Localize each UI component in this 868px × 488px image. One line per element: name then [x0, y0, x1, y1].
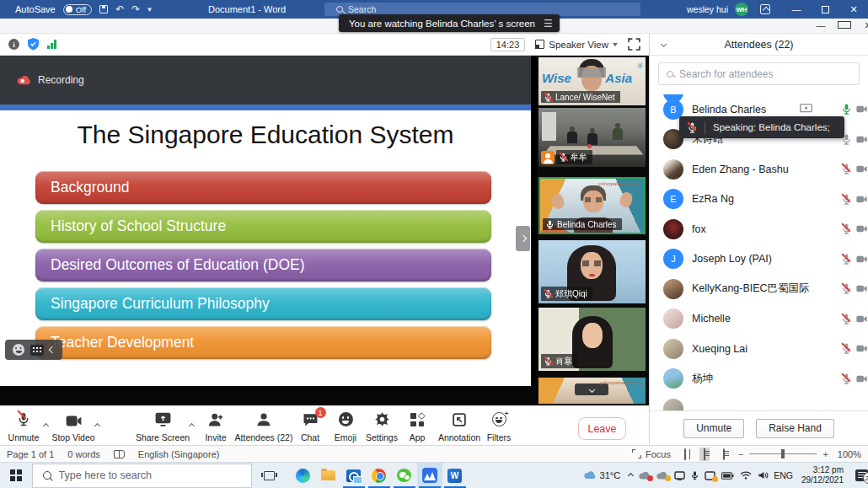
camera-icon[interactable] [856, 225, 867, 233]
zoom-close-button[interactable]: ✕ [861, 20, 868, 31]
attendee-search-box[interactable] [658, 62, 860, 85]
camera-icon[interactable] [856, 315, 867, 323]
meeting-app-button[interactable] [417, 463, 442, 488]
file-explorer-button[interactable] [316, 463, 341, 488]
attendee-row[interactable]: Michelle [650, 304, 868, 335]
battery-icon[interactable] [721, 472, 734, 480]
banner-menu-icon[interactable]: ☰ [544, 18, 553, 29]
mic-active-icon[interactable] [842, 104, 851, 115]
muted-mic-icon[interactable] [842, 194, 851, 205]
zoom-maximize-button[interactable] [838, 20, 851, 31]
proofing-icon[interactable] [114, 450, 125, 459]
muted-mic-icon[interactable] [842, 254, 851, 265]
word-count[interactable]: 0 words [67, 449, 100, 459]
read-mode-button[interactable] [680, 448, 690, 461]
keyboard-icon[interactable] [30, 345, 44, 356]
settings-button[interactable]: Settings [361, 410, 403, 442]
emoji-icon[interactable] [13, 344, 24, 356]
input-language[interactable]: ENG [774, 470, 793, 480]
video-tile-belinda-active[interactable]: principalsacademy Belinda Charles [538, 177, 646, 234]
camera-icon[interactable] [856, 375, 867, 383]
video-tile-xiaohan[interactable]: 肖寒 [538, 308, 646, 371]
attendee-row[interactable]: Eden Zhang - Bashu [650, 154, 868, 185]
stop-video-button[interactable]: Stop Video [49, 410, 98, 442]
undo-icon[interactable]: ↶ [115, 4, 124, 14]
unmute-button[interactable]: Unmute [683, 419, 744, 438]
camera-icon[interactable] [856, 165, 867, 173]
volume-icon[interactable] [758, 471, 769, 480]
tray-overflow-icon[interactable] [628, 472, 634, 478]
muted-mic-icon[interactable] [842, 223, 851, 234]
connection-stats-icon[interactable] [47, 40, 56, 49]
weather-widget[interactable]: 31°C [584, 470, 621, 480]
taskbar-search-box[interactable] [32, 464, 252, 488]
web-layout-button[interactable] [719, 448, 729, 461]
word-button[interactable]: W [442, 463, 468, 488]
attendee-search-input[interactable] [679, 68, 839, 80]
emoji-button[interactable]: Emoji [326, 410, 365, 442]
video-options-caret[interactable] [95, 416, 99, 432]
camera-icon[interactable] [856, 136, 867, 143]
outlook-button[interactable] [341, 463, 367, 488]
unmute-button[interactable]: Unmute [2, 410, 46, 442]
wifi-icon[interactable] [740, 471, 752, 480]
screen-share-tray-icon[interactable] [705, 471, 715, 480]
filters-button[interactable]: + Filters [478, 410, 520, 442]
save-icon[interactable] [99, 5, 108, 13]
reaction-toolbar[interactable] [5, 340, 62, 360]
minimize-button[interactable]: — [782, 0, 811, 19]
muted-mic-icon[interactable] [842, 283, 851, 294]
autosave-toggle[interactable]: Off [63, 4, 93, 15]
leave-button[interactable]: Leave [578, 417, 626, 440]
edge-button[interactable] [291, 463, 316, 488]
meeting-info-icon[interactable]: i [8, 39, 19, 50]
share-screen-button[interactable]: Share Screen [133, 410, 192, 442]
muted-mic-icon[interactable] [842, 314, 851, 324]
collapse-panel-icon[interactable] [661, 41, 667, 47]
cast-screen-icon[interactable] [674, 471, 685, 480]
attendee-row[interactable]: Xueqing Lai [650, 334, 868, 364]
word-search-input[interactable] [348, 4, 517, 14]
security-shield-icon[interactable] [28, 38, 39, 51]
zoom-slider-thumb[interactable] [781, 449, 785, 459]
collapse-strip-button[interactable] [575, 383, 608, 395]
invite-button[interactable]: Invite [194, 410, 238, 442]
chat-button[interactable]: 1 Chat [292, 410, 329, 442]
zoom-slider[interactable]: − + [738, 449, 828, 459]
ribbon-options-icon[interactable] [760, 4, 770, 14]
camera-icon[interactable] [856, 255, 867, 263]
video-tile-partial[interactable]: principalsacademy [538, 378, 646, 404]
focus-mode-button[interactable]: Focus [632, 449, 671, 459]
muted-mic-icon[interactable] [842, 343, 851, 354]
start-button[interactable] [0, 463, 32, 488]
taskbar-search-input[interactable] [59, 469, 219, 481]
zoom-percentage[interactable]: 100% [838, 449, 861, 459]
video-tile-lance[interactable]: ✳ Wise Asia Lance/ WiseNet [538, 57, 646, 105]
avatar[interactable]: WH [735, 3, 748, 16]
onedrive-error-icon[interactable] [639, 472, 651, 480]
speaker-view-button[interactable]: Speaker View [535, 40, 618, 50]
camera-icon[interactable] [856, 105, 867, 113]
muted-mic-icon[interactable] [842, 373, 851, 384]
task-view-button[interactable] [257, 463, 282, 488]
attendee-row[interactable]: KellyKang-BIEC巴蜀国际 [650, 274, 868, 304]
app-button[interactable]: App [399, 410, 436, 442]
raise-hand-button[interactable]: Raise Hand [756, 419, 834, 438]
page-indicator[interactable]: Page 1 of 1 [7, 449, 54, 459]
print-layout-button[interactable] [699, 448, 710, 461]
attendee-row[interactable]: E EzRa Ng [650, 185, 868, 215]
cloud-warning-icon[interactable] [656, 472, 668, 480]
microphone-tray-icon[interactable] [691, 470, 699, 480]
video-tile-moumou[interactable]: 牟牟 [538, 108, 646, 167]
close-button[interactable]: ✕ [839, 0, 868, 19]
camera-icon[interactable] [856, 196, 867, 203]
expand-panel-tab[interactable] [516, 226, 530, 251]
language-indicator[interactable]: English (Singapore) [138, 449, 220, 459]
zoom-minimize-button[interactable]: — [814, 20, 828, 31]
chrome-button[interactable] [367, 463, 392, 488]
camera-icon[interactable] [856, 345, 867, 352]
account-name[interactable]: wesley hui [687, 4, 728, 14]
chevron-left-icon[interactable] [49, 346, 56, 353]
attendees-button[interactable]: Attendees (22) [234, 410, 293, 442]
attendee-row[interactable]: fox [650, 214, 868, 244]
